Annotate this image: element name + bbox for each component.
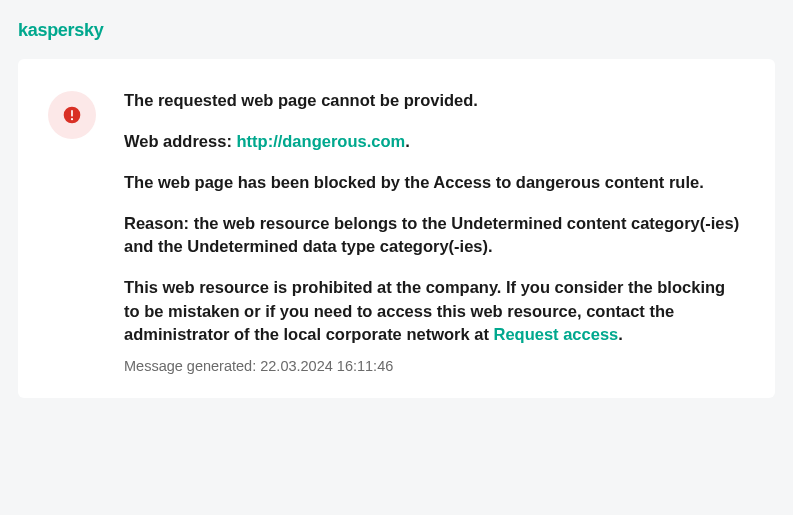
address-line: Web address: http://dangerous.com. bbox=[124, 130, 745, 153]
brand-logo: kaspersky bbox=[18, 20, 775, 41]
block-message-card: The requested web page cannot be provide… bbox=[18, 59, 775, 398]
prohibited-suffix: . bbox=[618, 325, 623, 343]
address-period: . bbox=[405, 132, 410, 150]
prohibited-prefix: This web resource is prohibited at the c… bbox=[124, 278, 725, 342]
alert-icon-badge bbox=[48, 91, 96, 139]
heading-text: The requested web page cannot be provide… bbox=[124, 89, 745, 112]
svg-rect-1 bbox=[71, 110, 73, 117]
address-label: Web address: bbox=[124, 132, 236, 150]
message-content: The requested web page cannot be provide… bbox=[124, 89, 745, 374]
blocked-rule-text: The web page has been blocked by the Acc… bbox=[124, 171, 745, 194]
alert-icon bbox=[62, 105, 82, 125]
request-access-link[interactable]: Request access bbox=[494, 325, 619, 343]
generated-timestamp: Message generated: 22.03.2024 16:11:46 bbox=[124, 358, 745, 374]
prohibited-text: This web resource is prohibited at the c… bbox=[124, 276, 745, 345]
svg-point-2 bbox=[71, 118, 73, 120]
address-url-link[interactable]: http://dangerous.com bbox=[236, 132, 405, 150]
reason-text: Reason: the web resource belongs to the … bbox=[124, 212, 745, 258]
